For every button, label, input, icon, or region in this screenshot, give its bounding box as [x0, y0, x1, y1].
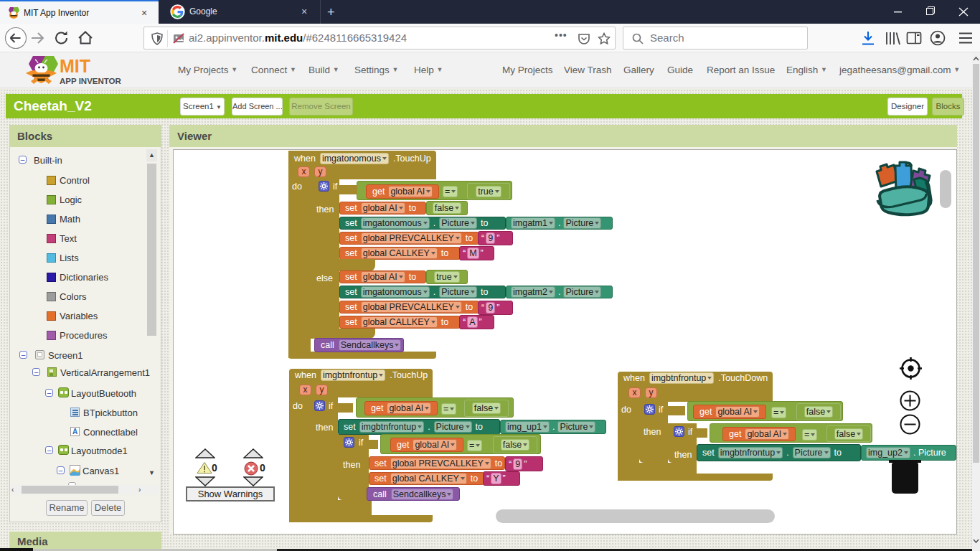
svg-text:MIT: MIT: [60, 56, 90, 76]
svg-text:APP INVENTOR: APP INVENTOR: [60, 77, 122, 85]
